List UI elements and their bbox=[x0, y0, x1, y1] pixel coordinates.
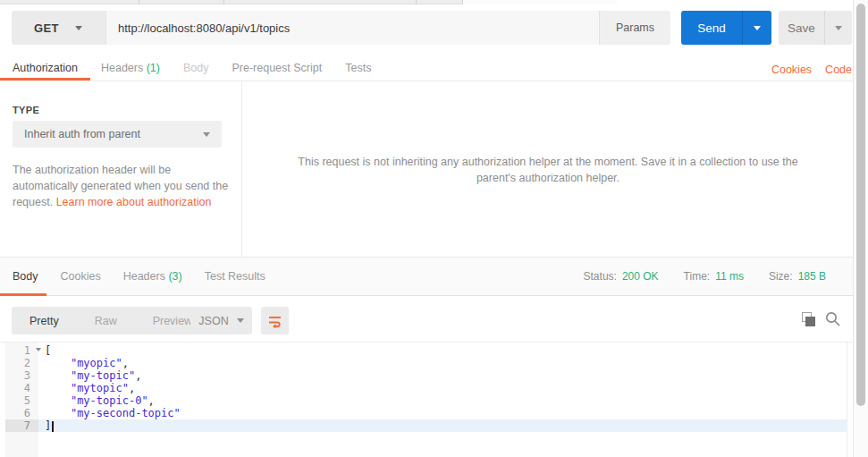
tab-authorization[interactable]: Authorization bbox=[13, 62, 78, 74]
request-tabs: Authorization Headers (1) Body Pre-reque… bbox=[0, 55, 854, 81]
code-line: 3 "my-topic", bbox=[5, 369, 847, 382]
send-options-button[interactable] bbox=[742, 11, 771, 45]
format-dropdown[interactable]: JSON bbox=[190, 307, 252, 334]
size-label: Size: bbox=[769, 270, 793, 283]
tab-tests[interactable]: Tests bbox=[345, 62, 371, 74]
wrap-text-icon bbox=[267, 313, 282, 328]
active-tab-indicator bbox=[0, 78, 90, 80]
scrollbar-thumb[interactable] bbox=[856, 4, 865, 406]
response-toolbar: Pretty Raw Preview JSON bbox=[0, 296, 854, 343]
view-raw-button[interactable]: Raw bbox=[77, 315, 135, 327]
headers-count-badge: (1) bbox=[147, 62, 160, 74]
status-label: Status: bbox=[584, 270, 617, 283]
cookies-link[interactable]: Cookies bbox=[771, 63, 812, 76]
code-line: 2 "myopic", bbox=[5, 357, 847, 369]
auth-inherit-message: This request is not inheriting any autho… bbox=[283, 154, 813, 186]
auth-message-panel: This request is not inheriting any autho… bbox=[242, 81, 854, 256]
auth-help-text: The authorization header will be automat… bbox=[13, 162, 234, 210]
send-button[interactable]: Send bbox=[681, 11, 742, 45]
size-value: 185 B bbox=[798, 270, 826, 283]
response-tab-test-results[interactable]: Test Results bbox=[205, 270, 265, 283]
method-label: GET bbox=[34, 21, 59, 35]
search-icon bbox=[824, 310, 842, 328]
code-line: 1 [ bbox=[5, 344, 847, 357]
time-value: 11 ms bbox=[715, 270, 744, 283]
auth-type-select[interactable]: Inherit auth from parent bbox=[13, 121, 222, 148]
send-split-button: Send bbox=[681, 11, 771, 45]
url-value: http://localhost:8080/api/v1/topics bbox=[118, 21, 290, 35]
response-tab-body[interactable]: Body bbox=[13, 270, 38, 283]
copy-response-button[interactable] bbox=[802, 312, 817, 327]
code-line: 4 "mytopic", bbox=[5, 382, 847, 394]
url-input[interactable]: http://localhost:8080/api/v1/topics bbox=[105, 11, 599, 45]
chevron-down-icon bbox=[835, 26, 842, 30]
search-response-button[interactable] bbox=[824, 310, 842, 328]
header-links: Cookies Code bbox=[771, 63, 852, 76]
save-split-button: Save bbox=[779, 11, 852, 45]
tab-body[interactable]: Body bbox=[183, 62, 209, 74]
response-header: Body Cookies Headers (3) Test Results St… bbox=[0, 257, 854, 296]
wrap-text-button[interactable] bbox=[261, 307, 289, 334]
response-tab-headers[interactable]: Headers (3) bbox=[123, 270, 182, 283]
view-pretty-button[interactable]: Pretty bbox=[12, 315, 77, 327]
save-button[interactable]: Save bbox=[779, 11, 824, 45]
workspace-tabs-strip bbox=[0, 0, 617, 4]
chevron-down-icon bbox=[237, 318, 244, 323]
chevron-down-icon bbox=[754, 26, 761, 30]
params-button[interactable]: Params bbox=[599, 11, 670, 45]
code-line-active: 7 ] bbox=[5, 419, 847, 432]
workspace-tab-active bbox=[462, 0, 617, 4]
learn-more-link[interactable]: Learn more about authorization bbox=[56, 196, 212, 208]
auth-type-label: TYPE bbox=[13, 105, 39, 115]
response-body-editor[interactable]: 1 [ 2 "myopic", 3 "my-topic", 4 "mytopic… bbox=[5, 343, 847, 457]
text-cursor bbox=[52, 421, 54, 432]
fold-caret-icon[interactable] bbox=[36, 348, 41, 351]
code-line: 6 "my-second-topic" bbox=[5, 407, 847, 419]
chevron-down-icon bbox=[203, 132, 210, 137]
status-badge: 200 OK bbox=[622, 270, 659, 283]
chevron-down-icon bbox=[75, 26, 82, 30]
response-tabs: Body Cookies Headers (3) Test Results bbox=[13, 258, 288, 295]
auth-type-value: Inherit auth from parent bbox=[24, 128, 140, 140]
code-link[interactable]: Code bbox=[825, 63, 852, 76]
format-value: JSON bbox=[198, 315, 228, 327]
tab-headers[interactable]: Headers (1) bbox=[101, 62, 160, 74]
time-label: Time: bbox=[684, 270, 711, 283]
scrollbar[interactable] bbox=[853, 0, 868, 457]
response-tab-cookies[interactable]: Cookies bbox=[61, 270, 101, 283]
response-headers-count-badge: (3) bbox=[168, 270, 181, 283]
save-options-button[interactable] bbox=[824, 11, 852, 45]
method-dropdown[interactable]: GET bbox=[12, 11, 105, 45]
tab-prerequest-script[interactable]: Pre-request Script bbox=[232, 62, 322, 74]
response-meta: Status:200 OK Time:11 ms Size:185 B bbox=[584, 258, 826, 295]
code-line: 5 "my-topic-0", bbox=[5, 394, 847, 407]
view-mode-group: Pretty Raw Preview bbox=[12, 307, 210, 334]
